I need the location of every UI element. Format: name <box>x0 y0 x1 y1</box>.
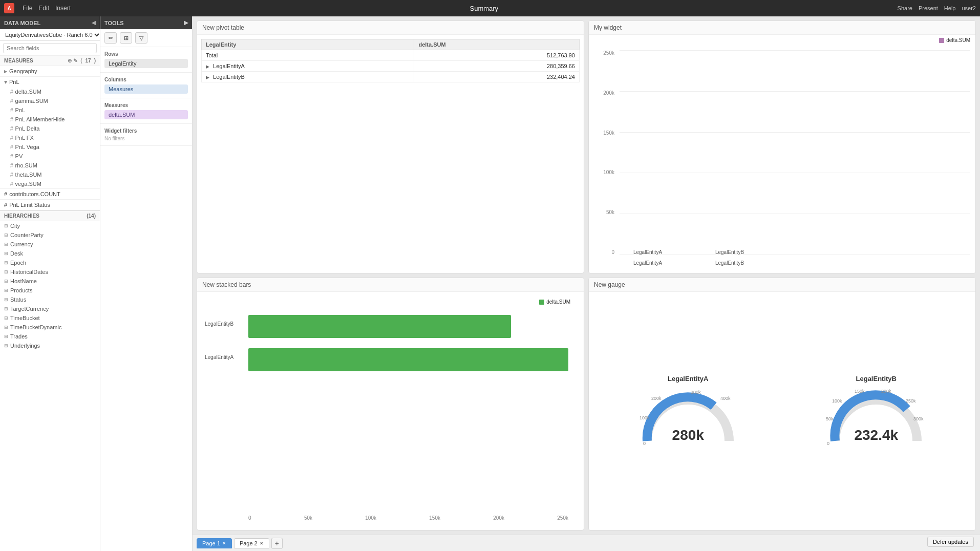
svg-text:250k: 250k <box>906 398 916 404</box>
tree-group-pnl: ▶ PnL # delta.SUM # gamma.SUM # PnL # <box>0 77 100 189</box>
page-tab-2[interactable]: Page 2 ✕ <box>234 538 269 548</box>
pencil-tool-btn[interactable]: ✏ <box>104 32 117 44</box>
table-row: ▶ LegalEntityB 232,404.24 <box>202 72 580 82</box>
measure-pnl-allmemberhide-label: PnL AllMemberHide <box>15 116 65 122</box>
hier-hostname[interactable]: ⊞ HostName <box>0 277 100 286</box>
page-2-close-btn[interactable]: ✕ <box>260 541 264 546</box>
hier-timebucketdynamic[interactable]: ⊞ TimeBucketDynamic <box>0 323 100 332</box>
x-tick-250k: 250k <box>557 515 568 521</box>
pivot-row-a-label[interactable]: ▶ LegalEntityA <box>202 61 414 72</box>
measures-value[interactable]: delta.SUM <box>104 110 188 119</box>
pivot-row-b-label[interactable]: ▶ LegalEntityB <box>202 72 414 82</box>
hierarchy-icon: ⊞ <box>4 242 8 247</box>
sidebar-content: ▶ Geography ▶ PnL # delta.SUM # gamma.SU… <box>0 66 100 551</box>
measures-icons[interactable]: ⊕ ✎ <box>68 58 77 63</box>
filter-tool-btn[interactable]: ⊞ <box>120 32 132 44</box>
table-row: Total 512,763.90 <box>202 50 580 61</box>
measure-rho-sum[interactable]: # rho.SUM <box>0 161 100 170</box>
hier-trades[interactable]: ⊞ Trades <box>0 332 100 341</box>
cube-select[interactable]: EquityDerivativesCube · Ranch 6.0 <box>3 31 100 38</box>
measure-gamma-sum[interactable]: # gamma.SUM <box>0 96 100 105</box>
pivot-row-a-value: 280,359.66 <box>414 61 580 72</box>
stacked-bars-area: LegalEntityB LegalEntityA <box>202 305 579 513</box>
hier-counterparty-label: CounterParty <box>10 232 44 238</box>
gauge-a-svg-container: 0 100k 200k 300k 400k 280k <box>637 385 739 448</box>
sidebar-collapse-btn[interactable]: ◀ <box>92 19 96 26</box>
search-bar <box>0 41 100 56</box>
present-button[interactable]: Present <box>919 5 938 11</box>
funnel-tool-btn[interactable]: ▽ <box>135 32 147 44</box>
cube-selector[interactable]: EquityDerivativesCube · Ranch 6.0 <box>0 29 100 41</box>
stacked-chart: delta.SUM LegalEntityB LegalEntityA <box>197 292 584 530</box>
hier-status[interactable]: ⊞ Status <box>0 295 100 304</box>
tools-collapse-btn[interactable]: ▶ <box>184 19 188 26</box>
measure-theta-sum[interactable]: # theta.SUM <box>0 170 100 179</box>
hierarchies-header: HIERARCHIES (14) <box>0 210 100 221</box>
y-label-200k: 200k <box>594 90 614 96</box>
pivot-content: LegalEntity delta.SUM Total 512,763.90 <box>197 35 584 87</box>
hier-status-label: Status <box>10 296 26 303</box>
hier-targetcurrency[interactable]: ⊞ TargetCurrency <box>0 304 100 313</box>
stacked-row-b: LegalEntityB <box>248 315 568 338</box>
columns-label: Columns <box>104 77 188 82</box>
share-button[interactable]: Share <box>898 5 912 11</box>
hier-city[interactable]: ⊞ City <box>0 221 100 230</box>
defer-updates-btn[interactable]: Defer updates <box>927 537 974 547</box>
measure-pnl-label: PnL <box>15 107 26 113</box>
hier-epoch[interactable]: ⊞ Epoch <box>0 258 100 267</box>
menu-file[interactable]: File <box>23 5 32 12</box>
measure-pnl-fx[interactable]: # PnL FX <box>0 133 100 142</box>
hier-counterparty[interactable]: ⊞ CounterParty <box>0 230 100 240</box>
hierarchy-icon: ⊞ <box>4 343 8 348</box>
add-page-btn[interactable]: + <box>271 538 283 549</box>
hier-targetcurrency-label: TargetCurrency <box>10 306 49 312</box>
hier-epoch-label: Epoch <box>10 260 26 266</box>
measure-pnl[interactable]: # PnL <box>0 105 100 115</box>
hierarchy-icon: ⊞ <box>4 297 8 302</box>
hier-desk[interactable]: ⊞ Desk <box>0 249 100 258</box>
hier-currency[interactable]: ⊞ Currency <box>0 240 100 249</box>
menu-insert[interactable]: Insert <box>55 5 71 12</box>
x-tick-100k: 100k <box>365 515 376 521</box>
measure-pnl-vega[interactable]: # PnL Vega <box>0 142 100 152</box>
gauge-a-label: LegalEntityA <box>668 375 708 383</box>
stacked-legend: delta.SUM <box>202 297 579 305</box>
measure-pnl-delta[interactable]: # PnL Delta <box>0 124 100 133</box>
tree-group-pnl-limit-header[interactable]: # PnL Limit Status <box>0 200 100 210</box>
hier-historicaldates[interactable]: ⊞ HistoricalDates <box>0 267 100 277</box>
page-tab-1[interactable]: Page 1 ✕ <box>197 538 232 548</box>
help-button[interactable]: Help <box>944 5 956 11</box>
tree-group-pnl-limit: # PnL Limit Status <box>0 200 100 210</box>
hier-trades-label: Trades <box>10 333 28 340</box>
tree-group-pnl-header[interactable]: ▶ PnL <box>0 77 100 87</box>
menu-edit[interactable]: Edit <box>38 5 49 12</box>
hier-timebucket[interactable]: ⊞ TimeBucket <box>0 313 100 323</box>
bottom-bar: Page 1 ✕ Page 2 ✕ + Defer updates <box>193 535 980 551</box>
hier-products[interactable]: ⊞ Products <box>0 286 100 295</box>
tools-header: TOOLS ▶ <box>100 16 192 29</box>
hierarchy-icon: ⊞ <box>4 279 8 284</box>
measure-pnl-allmemberhide[interactable]: # PnL AllMemberHide <box>0 115 100 124</box>
expand-icon[interactable]: ▶ <box>206 75 209 80</box>
search-input[interactable] <box>3 43 97 53</box>
gauge-item-b: LegalEntityB 0 50k 100k <box>825 375 927 448</box>
rows-value[interactable]: LegalEntity <box>104 59 188 68</box>
app-logo: A <box>4 3 14 13</box>
geography-label: Geography <box>9 68 37 74</box>
expand-icon[interactable]: ▶ <box>206 64 209 69</box>
tree-group-geography-header[interactable]: ▶ Geography <box>0 66 100 76</box>
measure-pv[interactable]: # PV <box>0 152 100 161</box>
pivot-table: LegalEntity delta.SUM Total 512,763.90 <box>201 39 580 82</box>
gauge-b-svg-container: 0 50k 100k 150k 200k 250k 300k 232.4k <box>825 385 927 448</box>
topbar-right: Share Present Help user2 <box>898 5 976 11</box>
page-1-close-btn[interactable]: ✕ <box>222 541 226 546</box>
measure-vega-sum[interactable]: # vega.SUM <box>0 179 100 188</box>
user-menu[interactable]: user2 <box>962 5 976 11</box>
rows-label: Rows <box>104 51 188 57</box>
columns-value[interactable]: Measures <box>104 84 188 94</box>
tree-group-contributors-header[interactable]: # contributors.COUNT <box>0 189 100 199</box>
hierarchy-icon: ⊞ <box>4 315 8 321</box>
pivot-col-entity: LegalEntity <box>202 39 414 50</box>
hier-underlyings[interactable]: ⊞ Underlyings <box>0 341 100 350</box>
measure-delta-sum[interactable]: # delta.SUM <box>0 87 100 96</box>
